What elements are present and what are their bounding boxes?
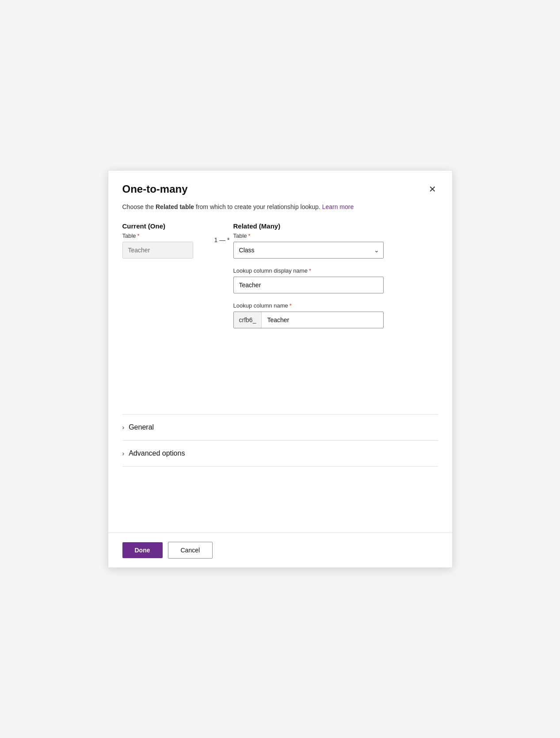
lookup-display-label: Lookup column display name *: [233, 267, 438, 274]
relationship-section: Current (One) Table * Teacher 1 — * Rela…: [122, 222, 438, 337]
one-to-many-dialog: One-to-many ✕ Choose the Related table f…: [108, 170, 453, 568]
lookup-display-field: Lookup column display name *: [233, 267, 438, 293]
related-table-select[interactable]: Class: [233, 242, 384, 259]
current-table-value: Teacher: [122, 242, 193, 259]
spacer: [108, 467, 452, 533]
related-table-label: Table *: [233, 232, 438, 239]
dialog-footer: Done Cancel: [108, 533, 452, 567]
related-many-heading: Related (Many): [233, 222, 438, 230]
related-table-select-wrapper: Class ⌄: [233, 242, 384, 259]
advanced-options-toggle[interactable]: › Advanced options: [122, 441, 438, 466]
dialog-body: Current (One) Table * Teacher 1 — * Rela…: [108, 222, 452, 414]
current-table-label: Table *: [122, 232, 211, 239]
dialog-title: One-to-many: [122, 183, 188, 195]
current-one-section: Current (One) Table * Teacher: [122, 222, 211, 259]
advanced-options-label: Advanced options: [129, 449, 185, 457]
lookup-name-input[interactable]: [262, 312, 383, 328]
dialog-subtitle: Choose the Related table from which to c…: [108, 202, 452, 222]
lookup-display-required: *: [309, 267, 311, 274]
lookup-name-prefix: crfb6_: [234, 312, 262, 328]
general-chevron-icon: ›: [122, 424, 125, 431]
related-table-field: Table * Class ⌄: [233, 232, 438, 259]
cancel-button[interactable]: Cancel: [168, 542, 213, 559]
close-button[interactable]: ✕: [427, 183, 438, 195]
current-table-required: *: [137, 232, 140, 239]
current-one-heading: Current (One): [122, 222, 211, 230]
connector-text: 1 — *: [214, 236, 230, 243]
general-section-label: General: [129, 423, 154, 431]
lookup-name-wrapper: crfb6_: [233, 312, 384, 328]
related-table-required: *: [248, 232, 251, 239]
connector-area: 1 — *: [211, 222, 233, 243]
lookup-name-field: Lookup column name * crfb6_: [233, 302, 438, 328]
advanced-chevron-icon: ›: [122, 450, 125, 457]
learn-more-link[interactable]: Learn more: [322, 203, 354, 210]
lookup-display-input[interactable]: [233, 277, 384, 293]
related-many-section: Related (Many) Table * Class ⌄ Lookup: [233, 222, 438, 337]
dialog-header: One-to-many ✕: [108, 171, 452, 202]
advanced-options-section: › Advanced options: [108, 441, 452, 466]
general-section-toggle[interactable]: › General: [122, 415, 438, 440]
done-button[interactable]: Done: [122, 542, 163, 558]
general-section: › General: [108, 415, 452, 440]
close-icon: ✕: [429, 184, 436, 194]
lookup-name-required: *: [290, 302, 292, 309]
lookup-name-label: Lookup column name *: [233, 302, 438, 309]
